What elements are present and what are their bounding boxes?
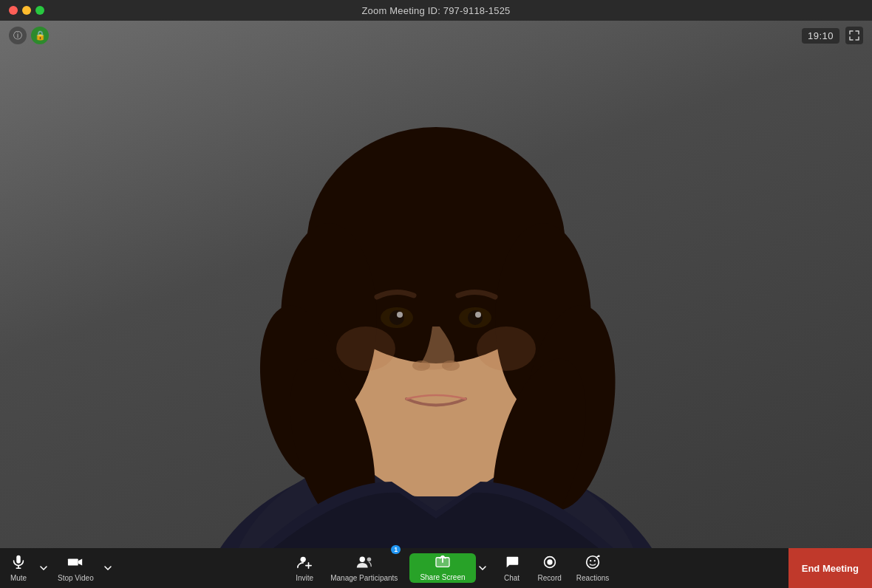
- stop-video-label: Stop Video: [58, 574, 94, 582]
- stop-video-button[interactable]: Stop Video: [50, 548, 101, 588]
- invite-label: Invite: [296, 574, 313, 582]
- manage-participants-button[interactable]: 1 Manage Participants: [323, 548, 405, 588]
- svg-point-35: [598, 555, 600, 557]
- invite-button[interactable]: Invite: [286, 548, 323, 588]
- video-chevron[interactable]: [101, 548, 115, 588]
- share-screen-chevron[interactable]: [476, 548, 489, 588]
- svg-point-17: [412, 360, 430, 371]
- meeting-title: Zoom Meeting ID: 797-9118-1525: [361, 5, 510, 16]
- record-button[interactable]: Record: [531, 548, 569, 588]
- security-icon[interactable]: 🔒: [31, 27, 49, 44]
- svg-point-27: [359, 557, 364, 562]
- video-area: [0, 21, 872, 548]
- traffic-lights: [9, 6, 44, 15]
- svg-point-32: [587, 556, 599, 569]
- close-button[interactable]: [9, 6, 18, 15]
- svg-point-34: [594, 560, 596, 561]
- record-label: Record: [538, 574, 562, 582]
- end-meeting-button[interactable]: End Meeting: [788, 548, 872, 588]
- microphone-icon: [10, 554, 27, 572]
- title-bar: Zoom Meeting ID: 797-9118-1525: [0, 0, 872, 21]
- record-icon: [542, 554, 558, 572]
- share-screen-group: Share Screen: [409, 548, 488, 588]
- share-screen-button[interactable]: Share Screen: [409, 553, 475, 583]
- meeting-timer: 19:10: [802, 28, 839, 44]
- svg-point-15: [397, 312, 403, 318]
- share-screen-label: Share Screen: [420, 573, 465, 581]
- video-background: [0, 21, 872, 548]
- svg-point-16: [475, 312, 481, 318]
- svg-point-20: [477, 327, 536, 371]
- chat-icon: [504, 554, 520, 572]
- reactions-icon: [585, 554, 601, 572]
- top-left-icons: ⓘ 🔒: [9, 27, 49, 44]
- svg-point-31: [547, 559, 552, 564]
- svg-rect-21: [16, 555, 21, 564]
- participants-icon: [355, 554, 373, 572]
- svg-point-28: [367, 558, 371, 562]
- svg-point-14: [468, 310, 483, 325]
- maximize-button[interactable]: [35, 6, 44, 15]
- mute-button[interactable]: Mute: [0, 548, 37, 588]
- reactions-button[interactable]: Reactions: [569, 548, 616, 588]
- share-screen-icon: [435, 555, 451, 572]
- toolbar-left: Mute Stop Video: [0, 548, 115, 588]
- svg-point-33: [590, 560, 591, 561]
- toolbar-center: Invite 1 Manage Participants: [115, 548, 788, 588]
- fullscreen-button[interactable]: [845, 27, 863, 44]
- toolbar-right: End Meeting: [788, 548, 872, 588]
- minimize-button[interactable]: [22, 6, 31, 15]
- manage-participants-label: Manage Participants: [330, 574, 398, 582]
- chat-button[interactable]: Chat: [494, 548, 531, 588]
- svg-point-18: [442, 360, 460, 371]
- svg-point-19: [336, 327, 395, 371]
- svg-point-13: [389, 310, 404, 325]
- end-meeting-label: End Meeting: [802, 563, 859, 574]
- mute-label: Mute: [10, 574, 27, 582]
- info-icon[interactable]: ⓘ: [9, 27, 27, 44]
- svg-point-24: [301, 557, 306, 562]
- participant-count-badge: 1: [391, 545, 401, 554]
- camera-icon: [67, 554, 84, 572]
- chat-label: Chat: [504, 574, 520, 582]
- participant-video: [185, 38, 687, 548]
- reactions-label: Reactions: [576, 574, 609, 582]
- invite-icon: [296, 554, 313, 572]
- mute-chevron[interactable]: [37, 548, 50, 588]
- top-right-controls: 19:10: [802, 27, 863, 44]
- toolbar: Mute Stop Video: [0, 548, 872, 588]
